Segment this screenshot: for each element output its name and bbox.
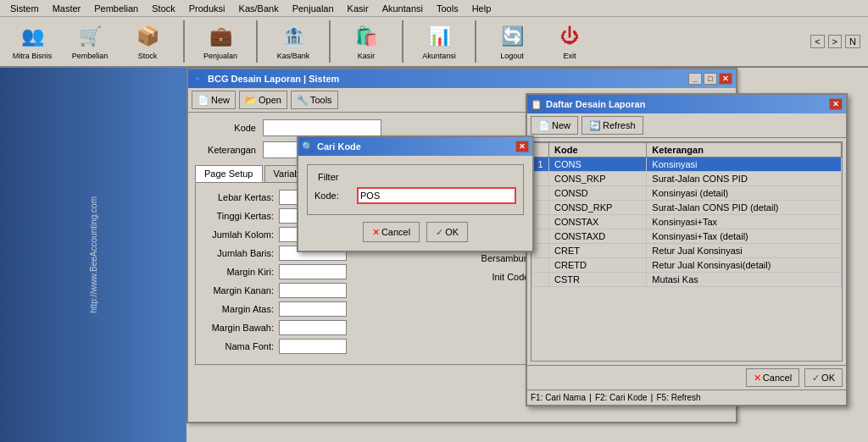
logout-button[interactable]: 🔄 Logout — [487, 19, 537, 64]
margin-bawah-label: Margin Bawah: — [203, 323, 279, 333]
menu-kasir[interactable]: Kasir — [341, 2, 376, 15]
menu-tools[interactable]: Tools — [430, 2, 465, 15]
toolbar-separator — [183, 20, 185, 63]
row-num — [532, 215, 549, 229]
tools-label: Tools — [310, 95, 332, 105]
akuntansi-icon: 📊 — [426, 23, 453, 50]
menu-master[interactable]: Master — [46, 2, 88, 15]
nama-font-input[interactable] — [279, 339, 347, 354]
penjualan-button[interactable]: 💼 Penjualan — [195, 19, 246, 64]
table-row[interactable]: CRETD Retur Jual Konsinyasi(detail) — [532, 258, 842, 273]
row-keterangan: Retur Jual Konsinyasi — [647, 244, 842, 258]
table-row[interactable]: CONSD Konsinyasi (detail) — [532, 186, 842, 201]
tab-page-setup[interactable]: Page Setup — [195, 165, 263, 182]
table-row[interactable]: 1 CONS Konsinyasi — [532, 157, 842, 172]
menu-akuntansi[interactable]: Akuntansi — [376, 2, 430, 15]
jumlah-kolom-label: Jumlah Kolom: — [203, 229, 279, 240]
row-keterangan: Mutasi Kas — [647, 273, 842, 287]
row-keterangan: Konsinyasi (detail) — [647, 186, 842, 201]
cari-kode-content: Filter Kode: ✕ Cancel ✓ OK — [298, 156, 532, 251]
menu-pembelian[interactable]: Pembelian — [87, 2, 145, 15]
row-kode: CONSD — [549, 186, 647, 201]
cari-kode-close-button[interactable]: ✕ — [515, 141, 529, 152]
margin-atas-input[interactable] — [279, 301, 347, 317]
tools-icon: 🔧 — [297, 95, 309, 106]
sidebar: http://www.BeeAccounting.com — [0, 68, 186, 442]
design-window-title: BCG Desain Laporan | Sistem — [208, 74, 339, 84]
design-open-button[interactable]: 📂 Open — [239, 91, 287, 109]
menu-sistem[interactable]: Sistem — [3, 2, 46, 15]
row-kode: CSTR — [549, 273, 647, 287]
margin-kanan-input[interactable] — [279, 283, 347, 298]
row-kode: CONSTAXD — [549, 229, 647, 244]
nav-right-button[interactable]: > — [828, 35, 842, 48]
daftar-ok-icon: ✓ — [812, 373, 820, 384]
main-toolbar: 👥 Mitra Bisnis 🛒 Pembelian 📦 Stock 💼 Pen… — [0, 17, 868, 68]
menu-help[interactable]: Help — [465, 2, 498, 15]
table-row[interactable]: CSTR Mutasi Kas — [532, 273, 842, 287]
cari-kode-dialog: 🔍 Cari Kode ✕ Filter Kode: ✕ Cancel ✓ OK — [297, 135, 534, 252]
cari-ok-label: OK — [445, 227, 459, 237]
row-kode: CRET — [549, 244, 647, 258]
row-num — [532, 201, 549, 215]
toolbar-separator5 — [475, 20, 476, 63]
daftar-refresh-icon: 🔄 — [589, 120, 601, 131]
kasir-button[interactable]: 🛍️ Kasir — [341, 19, 392, 64]
col-kode-header: Kode — [549, 143, 647, 157]
row-keterangan: Retur Jual Konsinyasi(detail) — [647, 258, 842, 273]
margin-bawah-input[interactable] — [279, 320, 347, 335]
daftar-cancel-button[interactable]: ✕ Cancel — [746, 368, 799, 387]
nav-expand-button[interactable]: N — [845, 35, 860, 48]
table-row[interactable]: CONS_RKP Surat-Jalan CONS PID — [532, 172, 842, 186]
stock-button[interactable]: 📦 Stock — [122, 19, 173, 64]
open-label: Open — [259, 95, 281, 105]
toolbar-separator2 — [256, 20, 258, 63]
menu-penjualan[interactable]: Penjualan — [286, 2, 341, 15]
exit-icon: ⏻ — [556, 23, 583, 50]
akuntansi-button[interactable]: 📊 Akuntansi — [414, 19, 465, 64]
table-row[interactable]: CRET Retur Jual Konsinyasi — [532, 244, 842, 258]
margin-kiri-label: Margin Kiri: — [203, 267, 279, 277]
table-row[interactable]: CONSD_RKP Surat-Jalan CONS PID (detail) — [532, 201, 842, 215]
daftar-new-button[interactable]: 📄 New — [531, 116, 578, 135]
table-row[interactable]: CONSTAXD Konsinyasi+Tax (detail) — [532, 229, 842, 244]
row-kode: CONSTAX — [549, 215, 647, 229]
menu-kasbank[interactable]: Kas/Bank — [232, 2, 286, 15]
margin-atas-row: Margin Atas: — [203, 301, 459, 317]
stock-icon: 📦 — [134, 23, 161, 50]
minimize-icon[interactable]: _ — [688, 73, 702, 85]
margin-kiri-input[interactable] — [279, 264, 347, 279]
daftar-refresh-button[interactable]: 🔄 Refresh — [581, 116, 643, 135]
table-row[interactable]: CONSTAX Konsinyasi+Tax — [532, 215, 842, 229]
daftar-close-button[interactable]: ✕ — [829, 98, 843, 110]
menu-stock[interactable]: Stock — [145, 2, 182, 15]
close-icon[interactable]: ✕ — [719, 73, 732, 85]
maximize-icon[interactable]: □ — [704, 73, 717, 85]
exit-button[interactable]: ⏻ Exit — [544, 19, 595, 64]
footer-sep1: | — [589, 392, 592, 402]
daftar-ok-button[interactable]: ✓ OK — [804, 368, 843, 387]
mitra-bisnis-button[interactable]: 👥 Mitra Bisnis — [7, 19, 58, 64]
cari-kode-input[interactable] — [357, 187, 516, 204]
nav-left-button[interactable]: < — [810, 35, 824, 48]
footer-f2: F2: Cari Kode — [595, 393, 648, 402]
logout-label: Logout — [500, 52, 524, 60]
row-kode: CRETD — [549, 258, 647, 273]
kasbank-button[interactable]: 🏦 Kas/Bank — [268, 19, 319, 64]
cari-cancel-button[interactable]: ✕ Cancel — [363, 222, 420, 242]
kode-input[interactable] — [263, 119, 381, 136]
design-tools-button[interactable]: 🔧 Tools — [291, 91, 338, 109]
margin-atas-label: Margin Atas: — [203, 304, 279, 314]
stock-label: Stock — [138, 52, 158, 60]
cari-kode-title: Cari Kode — [317, 141, 361, 152]
menu-produksi[interactable]: Produksi — [182, 2, 232, 15]
row-keterangan: Surat-Jalan CONS PID — [647, 172, 842, 186]
design-new-button[interactable]: 📄 New — [192, 91, 236, 109]
pembelian-icon: 🛒 — [76, 23, 103, 50]
row-keterangan: Konsinyasi+Tax (detail) — [647, 229, 842, 244]
cari-kode-row: Kode: — [314, 187, 516, 204]
pembelian-button[interactable]: 🛒 Pembelian — [64, 19, 115, 64]
cari-ok-button[interactable]: ✓ OK — [426, 222, 468, 242]
logout-icon: 🔄 — [498, 23, 526, 50]
daftar-cancel-label: Cancel — [763, 373, 792, 383]
